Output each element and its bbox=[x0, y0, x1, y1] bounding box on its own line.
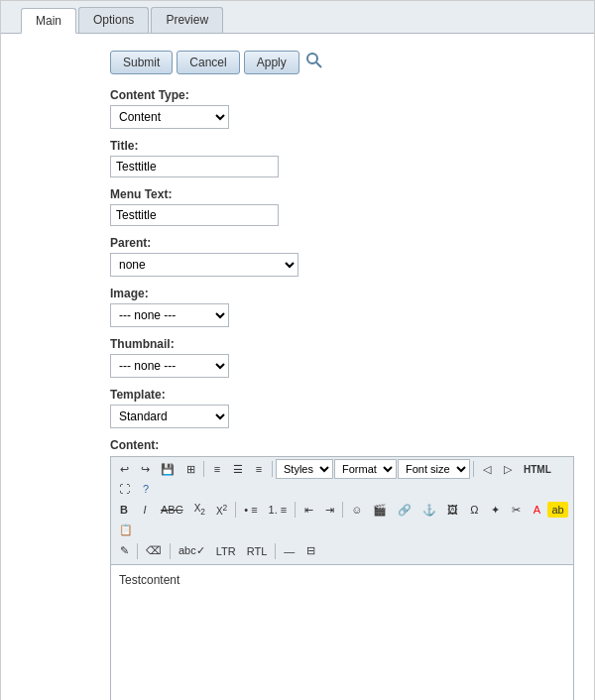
page-wrapper: Main Options Preview Submit Cancel Apply… bbox=[0, 0, 595, 700]
parent-field: Parent: none bbox=[110, 236, 574, 277]
subscript-btn[interactable]: X2 bbox=[189, 500, 210, 520]
content-type-select[interactable]: Content bbox=[110, 105, 229, 129]
search-icon bbox=[305, 52, 323, 69]
indent-inc-btn[interactable]: ▷ bbox=[498, 460, 518, 479]
sep5 bbox=[295, 502, 296, 518]
table-btn[interactable]: ⊞ bbox=[180, 460, 200, 479]
menu-text-field: Menu Text: bbox=[110, 187, 574, 226]
toolbar-row-1: ↩ ↪ 💾 ⊞ ≡ ☰ ≡ Styles Format bbox=[114, 459, 570, 498]
align-right-btn[interactable]: ≡ bbox=[249, 460, 269, 478]
sep8 bbox=[170, 543, 171, 559]
menu-text-input[interactable] bbox=[110, 204, 279, 226]
align-left-btn[interactable]: ≡ bbox=[207, 460, 227, 478]
bgcolor-btn[interactable]: ab bbox=[547, 502, 567, 518]
tab-options[interactable]: Options bbox=[78, 7, 149, 33]
ltr-btn[interactable]: LTR bbox=[211, 542, 241, 560]
indent-btn[interactable]: ⇥ bbox=[319, 501, 339, 520]
spellcheck-btn[interactable]: abc✓ bbox=[174, 541, 210, 560]
content-field: Content: ↩ ↪ 💾 ⊞ ≡ ☰ ≡ Sty bbox=[110, 438, 574, 700]
image-label: Image: bbox=[110, 287, 574, 300]
thumbnail-label: Thumbnail: bbox=[110, 337, 574, 351]
tab-preview[interactable]: Preview bbox=[151, 7, 223, 33]
fontsize-select[interactable]: Font size bbox=[398, 459, 470, 479]
parent-select[interactable]: none bbox=[110, 253, 298, 277]
sep7 bbox=[137, 543, 138, 559]
thumbnail-select[interactable]: --- none --- bbox=[110, 354, 229, 378]
redo-btn[interactable]: ↪ bbox=[135, 460, 155, 479]
indent-dec-btn[interactable]: ◁ bbox=[477, 460, 497, 479]
remove-format-btn[interactable]: ⌫ bbox=[141, 541, 167, 560]
title-label: Title: bbox=[110, 139, 574, 153]
smiley-btn[interactable]: ☺ bbox=[346, 501, 367, 519]
top-btn-row: Submit Cancel Apply bbox=[110, 50, 574, 74]
media-btn[interactable]: 🎬 bbox=[368, 501, 392, 520]
undo-btn[interactable]: ↩ bbox=[114, 460, 134, 479]
editor-body[interactable]: Testcontent bbox=[111, 565, 573, 700]
align-center-btn[interactable]: ☰ bbox=[228, 460, 248, 479]
content-label: Content: bbox=[110, 438, 574, 452]
styles-select[interactable]: Styles bbox=[276, 459, 333, 479]
format-select[interactable]: Format bbox=[334, 459, 397, 479]
save-btn[interactable]: 💾 bbox=[156, 460, 179, 479]
tab-main[interactable]: Main bbox=[21, 8, 76, 34]
image-select[interactable]: --- none --- bbox=[110, 303, 229, 327]
anchor-btn[interactable]: ⚓ bbox=[417, 501, 441, 520]
special-char-btn[interactable]: Ω bbox=[464, 501, 484, 519]
svg-point-0 bbox=[307, 54, 317, 63]
sep1 bbox=[203, 461, 204, 477]
tabs-bar: Main Options Preview bbox=[1, 1, 594, 34]
toolbar-row-2: B I ABC X2 X2 • ≡ 1. ≡ ⇤ ⇥ ☺ 🎬 bbox=[114, 500, 570, 539]
content-area: Submit Cancel Apply Content Type: Conten… bbox=[1, 34, 594, 700]
apply-button[interactable]: Apply bbox=[244, 51, 299, 74]
color-btn[interactable]: A bbox=[527, 501, 546, 519]
title-input[interactable] bbox=[110, 156, 279, 177]
svg-line-1 bbox=[316, 62, 321, 67]
template-field: Template: Standard bbox=[110, 388, 574, 428]
toolbar-row-3: ✎ ⌫ abc✓ LTR RTL — ⊟ bbox=[114, 541, 570, 560]
sep4 bbox=[235, 502, 236, 518]
sep6 bbox=[342, 502, 343, 518]
numbered-list-btn[interactable]: 1. ≡ bbox=[264, 501, 293, 519]
editor-container: ↩ ↪ 💾 ⊞ ≡ ☰ ≡ Styles Format bbox=[110, 456, 574, 700]
image-field: Image: --- none --- bbox=[110, 287, 574, 327]
italic-btn[interactable]: I bbox=[135, 501, 155, 519]
template-select[interactable]: Standard bbox=[110, 405, 229, 428]
thumbnail-field: Thumbnail: --- none --- bbox=[110, 337, 574, 378]
paste-btn[interactable]: 📋 bbox=[114, 521, 138, 539]
sep9 bbox=[275, 543, 276, 559]
html-btn[interactable]: HTML bbox=[519, 461, 556, 478]
link-btn[interactable]: 🔗 bbox=[393, 501, 416, 520]
template-label: Template: bbox=[110, 388, 574, 402]
help-btn[interactable]: ? bbox=[136, 480, 156, 498]
sep3 bbox=[473, 461, 474, 477]
editor-toolbar: ↩ ↪ 💾 ⊞ ≡ ☰ ≡ Styles Format bbox=[111, 457, 573, 565]
cleanup-btn[interactable]: ✂ bbox=[506, 501, 526, 520]
bold-btn[interactable]: B bbox=[114, 501, 134, 519]
image-btn[interactable]: 🖼 bbox=[442, 501, 463, 519]
editor-content: Testcontent bbox=[119, 573, 179, 587]
rtl-btn[interactable]: RTL bbox=[242, 542, 273, 560]
search-icon-button[interactable] bbox=[303, 50, 325, 74]
superscript-btn[interactable]: X2 bbox=[211, 500, 232, 520]
menu-text-label: Menu Text: bbox=[110, 187, 574, 201]
content-type-label: Content Type: bbox=[110, 88, 574, 102]
edit-btn[interactable]: ✎ bbox=[114, 541, 134, 560]
hr-btn[interactable]: — bbox=[279, 542, 299, 560]
cancel-button[interactable]: Cancel bbox=[177, 51, 239, 74]
pagebreak-btn[interactable]: ⊟ bbox=[300, 541, 320, 560]
submit-button[interactable]: Submit bbox=[110, 51, 173, 74]
bullet-list-btn[interactable]: • ≡ bbox=[239, 501, 262, 519]
content-type-field: Content Type: Content bbox=[110, 88, 574, 129]
strikethrough-btn[interactable]: ABC bbox=[156, 501, 188, 519]
fullscreen-btn[interactable]: ⛶ bbox=[114, 480, 135, 498]
outdent-btn[interactable]: ⇤ bbox=[298, 501, 318, 520]
parent-label: Parent: bbox=[110, 236, 574, 250]
title-field: Title: bbox=[110, 139, 574, 177]
sep2 bbox=[272, 461, 273, 477]
flash-btn[interactable]: ✦ bbox=[485, 501, 505, 520]
